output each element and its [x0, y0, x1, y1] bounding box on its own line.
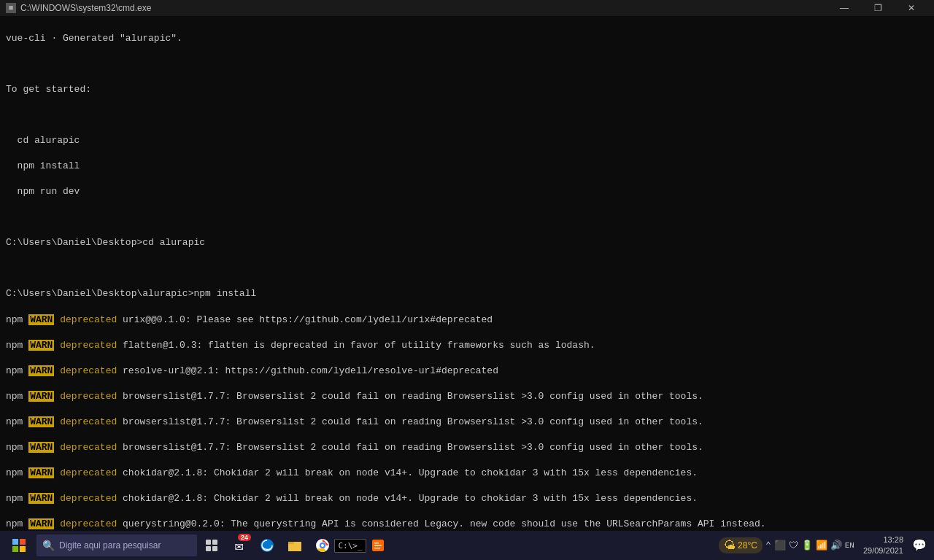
terminal-line: npm WARN deprecated querystring@0.2.0: T…: [6, 518, 928, 531]
tray-network-wifi[interactable]: 📶: [816, 540, 827, 551]
terminal-line: npm install: [6, 160, 928, 173]
tray-antivirus-icon[interactable]: 🛡: [789, 540, 798, 551]
search-bar[interactable]: 🔍 Digite aqui para pesquisar: [36, 534, 197, 556]
svg-rect-14: [374, 545, 382, 547]
system-clock[interactable]: 13:28 29/09/2021: [857, 534, 909, 557]
terminal-line: npm run dev: [6, 185, 928, 198]
terminal-line: [6, 262, 928, 275]
terminal-line: [6, 109, 928, 122]
task-view-button[interactable]: [198, 532, 225, 559]
terminal-line: C:\Users\Daniel\Desktop>cd alurapic: [6, 236, 928, 249]
svg-rect-3: [212, 546, 217, 551]
terminal-line: C:\Users\Daniel\Desktop\alurapic>npm ins…: [6, 287, 928, 300]
svg-rect-0: [206, 540, 211, 545]
tray-chevron[interactable]: ⌃: [765, 540, 771, 551]
window-controls: — ❐ ✕: [827, 0, 928, 16]
svg-point-11: [321, 544, 324, 547]
terminal-line: To get started:: [6, 83, 928, 96]
titlebar-left: ■ C:\WINDOWS\system32\cmd.exe: [6, 3, 151, 13]
taskbar-app-explorer[interactable]: [282, 532, 308, 559]
notification-icon[interactable]: 💬: [912, 538, 927, 553]
svg-rect-6: [288, 543, 301, 551]
taskbar-app-mail[interactable]: ✉ 24: [226, 532, 252, 559]
terminal-line: [6, 211, 928, 224]
svg-rect-7: [288, 542, 294, 544]
terminal-line: npm WARN deprecated flatten@1.0.3: flatt…: [6, 339, 928, 352]
clock-time: 13:28: [883, 534, 903, 545]
terminal-line: npm WARN deprecated browserslist@1.7.7: …: [6, 416, 928, 429]
search-icon: 🔍: [42, 540, 55, 552]
terminal-line: npm WARN deprecated chokidar@2.1.8: Chok…: [6, 492, 928, 505]
close-button[interactable]: ✕: [895, 0, 928, 16]
tray-keyboard-icon[interactable]: EN: [845, 541, 854, 550]
svg-rect-2: [206, 546, 211, 551]
search-placeholder: Digite aqui para pesquisar: [59, 540, 161, 551]
mail-count-badge: 24: [238, 534, 251, 541]
terminal-line: [6, 58, 928, 71]
svg-rect-1: [212, 540, 217, 545]
windows-logo-icon: [12, 539, 26, 552]
cmd-titlebar-icon: ■: [6, 3, 16, 13]
system-tray: 🌤 28°C ⌃ ⬛ 🛡 🔋 📶 🔊 EN 13:28 29/09/2021 💬: [714, 531, 931, 560]
terminal-line: vue-cli · Generated "alurapic".: [6, 32, 928, 45]
terminal-line: cd alurapic: [6, 134, 928, 147]
minimize-button[interactable]: —: [827, 0, 861, 16]
mail-app-icon[interactable]: ✉ 24: [226, 532, 252, 559]
sun-icon: 🌤: [724, 539, 736, 552]
taskbar-app-edge[interactable]: [254, 532, 280, 559]
tray-volume-icon[interactable]: 🔊: [830, 540, 842, 551]
terminal-line: npm WARN deprecated urix@@0.1.0: Please …: [6, 314, 928, 327]
start-button[interactable]: [3, 531, 35, 560]
maximize-button[interactable]: ❐: [861, 0, 895, 16]
tray-network-icon[interactable]: ⬛: [774, 540, 786, 551]
title-bar: ■ C:\WINDOWS\system32\cmd.exe — ❐ ✕: [0, 0, 934, 16]
tray-battery-icon[interactable]: 🔋: [801, 540, 813, 551]
terminal-line: npm WARN deprecated browserslist@1.7.7: …: [6, 390, 928, 403]
terminal-line: npm WARN deprecated resolve-url@@2.1: ht…: [6, 365, 928, 378]
terminal-line: npm WARN deprecated chokidar@2.1.8: Chok…: [6, 467, 928, 480]
terminal-line: npm WARN deprecated browserslist@1.7.7: …: [6, 441, 928, 454]
weather-widget[interactable]: 🌤 28°C: [719, 537, 763, 553]
taskbar: 🔍 Digite aqui para pesquisar ✉ 24 C: [0, 531, 934, 560]
taskbar-app-chrome[interactable]: [309, 532, 336, 559]
window-title: C:\WINDOWS\system32\cmd.exe: [20, 3, 151, 13]
svg-rect-15: [374, 548, 380, 549]
clock-date: 29/09/2021: [863, 545, 903, 556]
svg-rect-13: [374, 542, 379, 544]
taskbar-app-sublime[interactable]: [365, 532, 391, 559]
terminal-output: vue-cli · Generated "alurapic". To get s…: [0, 16, 934, 531]
taskbar-app-cmd[interactable]: C:\>_: [337, 532, 363, 559]
temperature: 28°C: [738, 540, 757, 551]
